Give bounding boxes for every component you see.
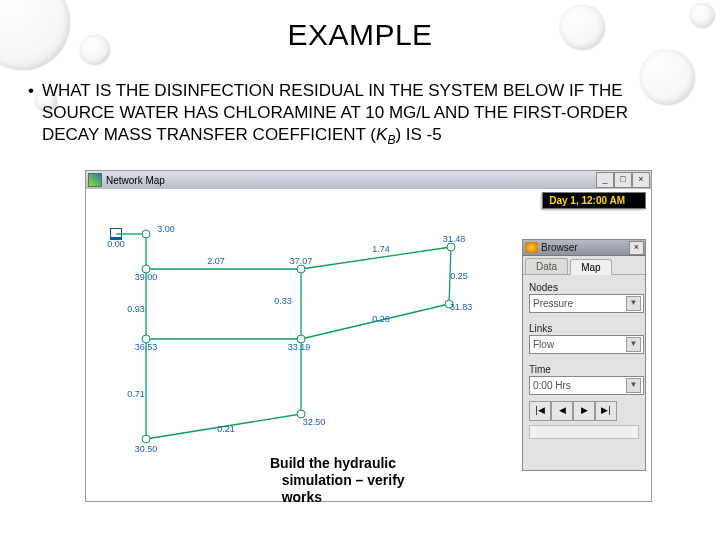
caption-l2: simulation – verify [282, 472, 405, 488]
node-label: 37.07 [290, 256, 313, 266]
k-var: K [376, 125, 387, 144]
links-dropdown[interactable]: Flow ▼ [529, 335, 644, 354]
annotation-caption: Build the hydraulic simulation – verify … [270, 455, 440, 505]
question-bullet: • WHAT IS THE DISINFECTION RESIDUAL IN T… [28, 80, 688, 149]
time-slider[interactable] [529, 425, 639, 439]
junction-node[interactable] [142, 230, 151, 239]
vcr-last-button[interactable]: ▶| [595, 401, 617, 421]
vcr-prev-button[interactable]: ◀ [551, 401, 573, 421]
question-pre: WHAT IS THE DISINFECTION RESIDUAL IN THE… [42, 81, 628, 144]
nodes-label: Nodes [529, 282, 639, 293]
window-titlebar[interactable]: Network Map _ □ × [86, 171, 651, 190]
link-label: 0.21 [217, 424, 235, 434]
link-label: 0.93 [127, 304, 145, 314]
vcr-first-button[interactable]: |◀ [529, 401, 551, 421]
link-label: 1.74 [372, 244, 390, 254]
node-label: 32.50 [303, 417, 326, 427]
browser-tabs: Data Map [523, 256, 645, 275]
node-label: 33.19 [288, 342, 311, 352]
node-label: 36.53 [135, 342, 158, 352]
question-text: WHAT IS THE DISINFECTION RESIDUAL IN THE… [42, 80, 688, 149]
node-label: 39.00 [135, 272, 158, 282]
node-label: 30.50 [135, 444, 158, 454]
links-value: Flow [533, 339, 554, 350]
time-value: 0:00 Hrs [533, 380, 571, 391]
chevron-down-icon[interactable]: ▼ [626, 378, 641, 393]
node-label: 31.48 [443, 234, 466, 244]
question-post: ) IS -5 [395, 125, 441, 144]
vcr-next-button[interactable]: ▶ [573, 401, 595, 421]
browser-titlebar[interactable]: Browser × [523, 240, 645, 256]
node-label: 31.83 [450, 302, 473, 312]
chevron-down-icon[interactable]: ▼ [626, 296, 641, 311]
chevron-down-icon[interactable]: ▼ [626, 337, 641, 352]
caption-l1: Build the hydraulic [270, 455, 396, 471]
close-button[interactable]: × [632, 172, 650, 188]
time-label: Time [529, 364, 639, 375]
caption-l3: works [282, 489, 322, 505]
page-title: EXAMPLE [0, 18, 720, 52]
link-label: 0.33 [274, 296, 292, 306]
tab-map[interactable]: Map [570, 259, 611, 275]
link-label: 0.25 [450, 271, 468, 281]
tab-data[interactable]: Data [525, 258, 568, 274]
time-status: Day 1, 12:00 AM [542, 192, 646, 209]
maximize-button[interactable]: □ [614, 172, 632, 188]
node-label: 0.00 [107, 239, 125, 249]
time-dropdown[interactable]: 0:00 Hrs ▼ [529, 376, 644, 395]
junction-node[interactable] [142, 435, 151, 444]
browser-title: Browser [541, 242, 578, 253]
window-title: Network Map [106, 175, 165, 186]
browser-body: Nodes Pressure ▼ Links Flow ▼ Time 0:00 … [523, 275, 645, 443]
nodes-value: Pressure [533, 298, 573, 309]
browser-panel: Browser × Data Map Nodes Pressure ▼ Link… [522, 239, 646, 471]
link-label: 3.00 [157, 224, 175, 234]
minimize-button[interactable]: _ [596, 172, 614, 188]
links-label: Links [529, 323, 639, 334]
link-label: 2.07 [207, 256, 225, 266]
network-map-window: Network Map _ □ × [85, 170, 652, 502]
bullet-dot: • [28, 80, 34, 149]
nodes-dropdown[interactable]: Pressure ▼ [529, 294, 644, 313]
link-label: 0.71 [127, 389, 145, 399]
link-label: 0.26 [372, 314, 390, 324]
app-icon [88, 173, 102, 187]
vcr-controls: |◀ ◀ ▶ ▶| [529, 401, 639, 421]
browser-close-button[interactable]: × [629, 241, 644, 255]
browser-icon [525, 242, 538, 253]
